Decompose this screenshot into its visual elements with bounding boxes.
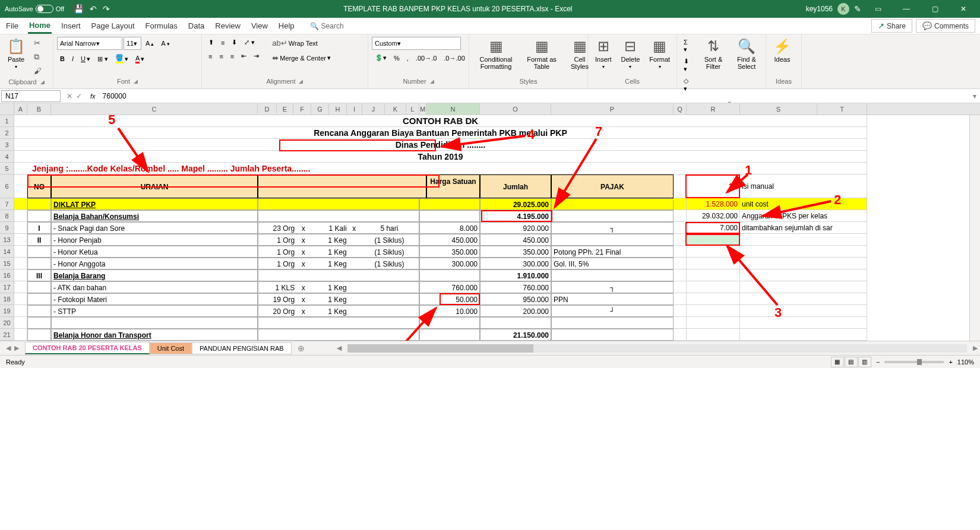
decrease-font[interactable]: A▾ — [158, 38, 172, 49]
col-header-P[interactable]: P — [551, 103, 674, 115]
tab-view[interactable]: View — [250, 19, 269, 33]
row-header-8[interactable]: 8 — [0, 210, 14, 222]
col-header-Q[interactable]: Q — [674, 103, 687, 115]
row-header-20[interactable]: 20 — [0, 317, 14, 329]
copy-button[interactable]: ⧉ — [31, 50, 45, 64]
row-header-9[interactable]: 9 — [0, 222, 14, 234]
draw-icon[interactable]: ✎ — [854, 4, 861, 14]
tab-help[interactable]: Help — [277, 19, 296, 33]
italic-button[interactable]: I — [69, 53, 77, 64]
accounting-format[interactable]: 💲▾ — [372, 52, 390, 64]
comments-button[interactable]: 💬Comments — [916, 19, 975, 33]
insert-cells[interactable]: ⊞Insert▾ — [592, 37, 615, 71]
font-size-combo[interactable]: 11 ▾ — [124, 37, 141, 50]
align-left[interactable]: ≡ — [206, 51, 215, 62]
wrap-text[interactable]: ab↵ Wrap Text — [269, 37, 334, 49]
conditional-formatting[interactable]: ▦Conditional Formatting — [473, 37, 519, 71]
autosum[interactable]: Σ ▾ — [681, 37, 696, 55]
name-box[interactable] — [1, 90, 61, 102]
align-middle[interactable]: ≡ — [218, 37, 227, 48]
share-button[interactable]: ↗Share — [871, 19, 912, 33]
select-all-corner[interactable] — [0, 103, 14, 115]
col-header-N[interactable]: N — [426, 103, 480, 115]
increase-font[interactable]: A▴ — [143, 38, 157, 49]
row-header-5[interactable]: 5 — [0, 163, 14, 174]
percent-format[interactable]: % — [391, 53, 403, 64]
row-header-3[interactable]: 3 — [0, 139, 14, 151]
sort-filter[interactable]: ⇅Sort & Filter — [698, 37, 729, 71]
tab-file[interactable]: File — [5, 19, 20, 33]
fill-color-button[interactable]: 🪣 ▾ — [112, 52, 131, 65]
font-name-combo[interactable]: Arial Narrow ▾ — [57, 37, 122, 50]
sheet-tab-2[interactable]: PANDUAN PENGISIAN RAB — [192, 342, 292, 354]
col-header-O[interactable]: O — [480, 103, 551, 115]
delete-cells[interactable]: ⊟Delete▾ — [618, 37, 644, 71]
tab-insert[interactable]: Insert — [60, 19, 82, 33]
alignment-launcher[interactable]: ◢ — [299, 78, 303, 84]
increase-indent[interactable]: ⇥ — [251, 50, 262, 62]
borders-button[interactable]: ⊞ ▾ — [94, 53, 111, 65]
align-top[interactable]: ⬆ — [206, 37, 217, 48]
col-header-F[interactable]: F — [293, 103, 311, 115]
search-box[interactable]: 🔍 Search — [310, 22, 344, 30]
zoom-out[interactable]: − — [876, 358, 880, 366]
col-header-T[interactable]: T — [817, 103, 867, 115]
number-launcher[interactable]: ◢ — [430, 78, 434, 84]
expand-formula-icon[interactable]: ▾ — [969, 92, 980, 100]
comma-format[interactable]: , — [404, 53, 412, 64]
horizontal-scrollbar[interactable] — [347, 344, 967, 353]
col-header-J[interactable]: J — [362, 103, 385, 115]
col-header-H[interactable]: H — [329, 103, 347, 115]
find-select[interactable]: 🔍Find & Select — [731, 37, 762, 71]
formula-input[interactable] — [99, 91, 969, 101]
align-bottom[interactable]: ⬇ — [229, 37, 240, 48]
underline-button[interactable]: U ▾ — [78, 53, 93, 65]
sheet-tab-0[interactable]: CONTOH RAB 20 PESERTA KELAS — [25, 342, 150, 354]
row-header-21[interactable]: 21 — [0, 329, 14, 341]
col-header-D[interactable]: D — [258, 103, 277, 115]
format-painter[interactable]: 🖌 — [31, 65, 45, 77]
ideas-button[interactable]: ⚡Ideas — [770, 37, 795, 64]
font-color-button[interactable]: A ▾ — [132, 53, 147, 65]
sheet-tab-1[interactable]: Unit Cost — [150, 342, 192, 354]
minimize-btn[interactable]: — — [894, 0, 918, 18]
row-header-2[interactable]: 2 — [0, 127, 14, 139]
align-right[interactable]: ≡ — [227, 51, 237, 62]
fill-button[interactable]: ⬇ ▾ — [681, 56, 696, 75]
col-header-I[interactable]: I — [347, 103, 362, 115]
tab-formulas[interactable]: Formulas — [144, 19, 179, 33]
cut-button[interactable]: ✂ — [31, 37, 45, 49]
row-header-4[interactable]: 4 — [0, 151, 14, 163]
col-header-B[interactable]: B — [27, 103, 51, 115]
vertical-scrollbar[interactable] — [969, 115, 980, 341]
paste-button[interactable]: 📋Paste▾ — [4, 37, 29, 71]
view-page-layout[interactable]: ▤ — [845, 357, 858, 367]
zoom-slider[interactable] — [884, 361, 944, 363]
col-header-S[interactable]: S — [740, 103, 817, 115]
maximize-btn[interactable]: ▢ — [923, 0, 947, 18]
row-header-1[interactable]: 1 — [0, 115, 14, 127]
decrease-indent[interactable]: ⇤ — [238, 50, 249, 62]
undo-icon[interactable]: ↶ — [90, 4, 97, 14]
col-header-C[interactable]: C — [51, 103, 258, 115]
tab-data[interactable]: Data — [187, 19, 206, 33]
col-header-A[interactable]: A — [14, 103, 27, 115]
col-header-E[interactable]: E — [277, 103, 293, 115]
cancel-formula[interactable]: ✕ — [67, 92, 72, 100]
user-avatar[interactable]: K — [837, 3, 849, 15]
tab-review[interactable]: Review — [214, 19, 242, 33]
number-format-combo[interactable]: Custom ▾ — [372, 37, 461, 50]
zoom-in[interactable]: + — [949, 358, 952, 366]
sheet-nav-next[interactable]: ▶ — [14, 344, 19, 352]
fx-icon[interactable]: fx — [87, 93, 99, 100]
sheet-area[interactable]: ABCDEFGHIJKLMNOPQRST 1234567891314151617… — [0, 103, 980, 341]
close-btn[interactable]: ✕ — [951, 0, 975, 18]
row-header-16[interactable]: 16 — [0, 269, 14, 281]
view-normal[interactable]: ▦ — [831, 357, 844, 367]
sheet-nav-prev[interactable]: ◀ — [6, 344, 11, 352]
row-header-7[interactable]: 7 — [0, 198, 14, 210]
merge-center[interactable]: ⬌ Merge & Center ▾ — [269, 52, 334, 64]
zoom-level[interactable]: 110% — [957, 358, 974, 366]
row-header-19[interactable]: 19 — [0, 305, 14, 317]
row-header-15[interactable]: 15 — [0, 258, 14, 269]
